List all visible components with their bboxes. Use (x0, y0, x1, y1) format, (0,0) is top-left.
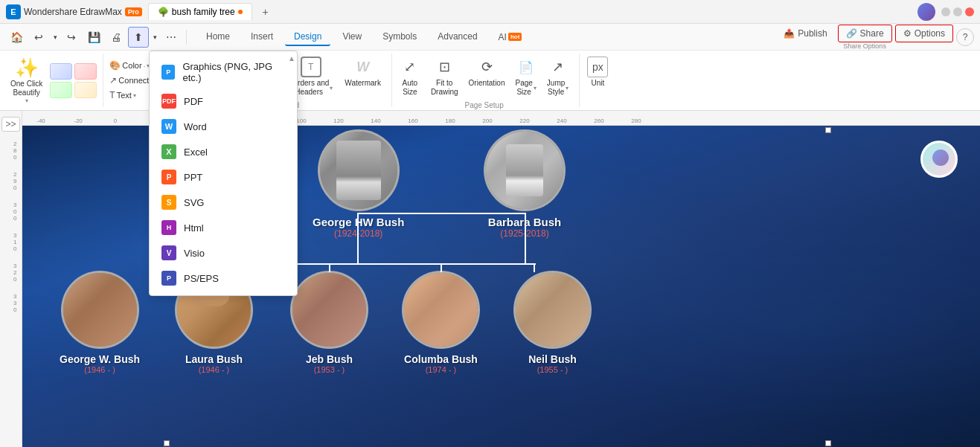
conn-v-neil (534, 263, 535, 272)
style-preset-3[interactable] (50, 82, 72, 98)
scroll-up-arrow[interactable]: ▲ (288, 54, 295, 62)
ruler-left: 280 290 300 310 320 330 (4, 141, 19, 313)
style-preset-1[interactable] (50, 63, 72, 80)
years-columba: (1974 - ) (426, 365, 457, 374)
jump-style-button[interactable]: ↗ JumpStyle ▾ (542, 54, 573, 100)
print-button[interactable]: 🖨 (106, 27, 126, 48)
unit-group: px Unit (583, 54, 612, 107)
collapse-button[interactable]: >> (1, 117, 19, 132)
conn-v-columba (441, 263, 442, 272)
years-laura: (1946 - ) (199, 365, 230, 374)
undo-dropdown[interactable]: ▾ (51, 27, 60, 48)
home-button[interactable]: 🏠 (6, 27, 27, 48)
person-columba-bush: Columba Bush (1974 - ) (402, 271, 480, 374)
tab-insert[interactable]: Insert (242, 28, 282, 46)
more-button[interactable]: ⋯ (161, 27, 182, 48)
style-preset-2[interactable] (74, 63, 97, 80)
one-click-label: One ClickBeautify (10, 80, 42, 97)
app-logo: E Wondershare EdrawMax Pro (6, 4, 142, 19)
style-preset-4[interactable] (74, 82, 97, 98)
watermark-button[interactable]: W Watermark (340, 54, 385, 90)
export-item-svg[interactable]: S SVG (150, 190, 297, 215)
maximize-button[interactable] (953, 7, 962, 16)
ppt-icon: P (161, 170, 176, 184)
tab-symbols[interactable]: Symbols (374, 28, 426, 46)
years-neil: (1955 - ) (537, 365, 569, 374)
unit-button[interactable]: px Unit (583, 54, 612, 90)
photo-george-hw (318, 129, 400, 211)
help-button[interactable]: ? (956, 28, 974, 46)
tab-view[interactable]: View (333, 28, 371, 46)
years-jeb: (1953 - ) (314, 365, 345, 374)
window-controls (941, 7, 974, 16)
photo-jeb (290, 271, 368, 349)
visio-icon: V (161, 245, 176, 260)
user-avatar[interactable] (917, 3, 935, 21)
photo-george-w (61, 271, 139, 349)
selection-handle-tr[interactable] (825, 127, 831, 133)
separator (186, 30, 187, 45)
share-button[interactable]: 🔗 Share (838, 25, 892, 42)
redo-button[interactable]: ↪ (61, 27, 82, 48)
export-item-pseps[interactable]: P PS/EPS (150, 266, 297, 291)
main-area: >> 280 290 300 310 320 330 -40 -20 0 20 … (0, 111, 980, 447)
title-bar-left: E Wondershare EdrawMax Pro 🌳 bush family… (6, 3, 273, 20)
word-label: Word (184, 121, 207, 132)
page-setup-label: Page Setup (395, 101, 573, 109)
logo-icon: E (6, 4, 21, 19)
person-neil-bush: Neil Bush (1955 - ) (513, 271, 592, 374)
options-button[interactable]: ⚙ Options (895, 25, 953, 42)
svg-label: SVG (184, 197, 204, 208)
excel-icon: X (161, 144, 176, 159)
export-item-html[interactable]: H Html (150, 215, 297, 240)
page-size-button[interactable]: 📄 PageSize ▾ (511, 54, 541, 100)
graphics-label: Graphics (PNG, JPG etc.) (182, 61, 285, 83)
connector-v-right (525, 213, 526, 265)
selection-handle-bl[interactable] (164, 440, 170, 446)
auto-size-button[interactable]: ⤢ AutoSize (395, 54, 425, 100)
export-dropdown[interactable]: ▾ (150, 27, 159, 48)
export-dropdown-menu: ▲ P Graphics (PNG, JPG etc.) PDF PDF W W… (149, 51, 298, 296)
name-george-w: George W. Bush (60, 353, 140, 365)
orientation-button[interactable]: ⟳ Orientation (464, 54, 510, 90)
photo-barbara (484, 129, 566, 211)
scroll-controls: ▲ (288, 54, 295, 62)
export-item-visio[interactable]: V Visio (150, 240, 297, 266)
document-tab[interactable]: 🌳 bush family tree (148, 3, 252, 20)
close-button[interactable] (965, 7, 974, 16)
page-setup-group: ⤢ AutoSize ⊡ Fit toDrawing ⟳ Orientation… (395, 54, 580, 107)
minimize-button[interactable] (941, 7, 950, 16)
pseps-label: PS/EPS (184, 273, 219, 284)
conn-v-jeb (329, 263, 330, 272)
publish-button[interactable]: 📤 Publish (776, 25, 834, 42)
export-item-excel[interactable]: X Excel (150, 139, 297, 164)
html-label: Html (184, 222, 204, 234)
name-laura: Laura Bush (185, 353, 243, 365)
pdf-label: PDF (184, 96, 203, 107)
pro-badge: Pro (125, 7, 142, 16)
new-tab-button[interactable]: + (258, 4, 273, 19)
undo-button[interactable]: ↩ (28, 27, 49, 48)
export-item-graphics[interactable]: P Graphics (PNG, JPG etc.) (150, 56, 297, 89)
selection-handle-br[interactable] (825, 440, 831, 446)
fit-to-drawing-button[interactable]: ⊡ Fit toDrawing (426, 54, 463, 100)
export-item-pdf[interactable]: PDF PDF (150, 89, 297, 114)
save-button[interactable]: 💾 (83, 27, 104, 48)
logo-char: E (10, 7, 16, 16)
excel-label: Excel (184, 147, 208, 158)
tab-ai[interactable]: AI hot (490, 28, 531, 46)
export-button[interactable]: ⬆ (128, 27, 149, 48)
person-jeb-bush: Jeb Bush (1953 - ) (290, 271, 368, 374)
svg-icon: S (161, 195, 176, 210)
floating-avatar (920, 141, 958, 178)
style-presets (50, 63, 97, 98)
tab-home[interactable]: Home (197, 28, 239, 46)
visio-label: Visio (184, 248, 205, 259)
one-click-beautify-button[interactable]: ✨ One ClickBeautify ▾ (6, 54, 47, 107)
word-icon: W (161, 119, 176, 134)
export-item-word[interactable]: W Word (150, 114, 297, 139)
tab-advanced[interactable]: Advanced (429, 28, 486, 46)
ppt-label: PPT (184, 172, 202, 183)
export-item-ppt[interactable]: P PPT (150, 164, 297, 190)
tab-design[interactable]: Design (285, 28, 330, 46)
